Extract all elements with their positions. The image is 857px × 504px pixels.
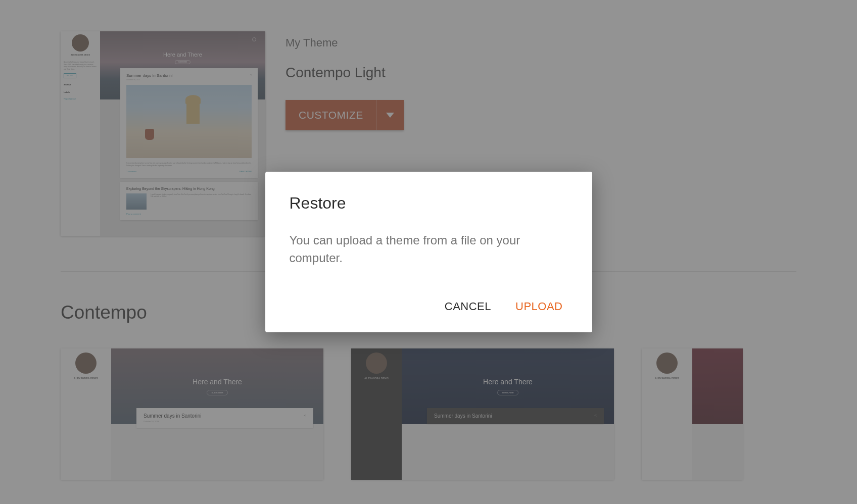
modal-actions: CANCEL UPLOAD [290,297,568,316]
upload-button[interactable]: UPLOAD [514,297,563,316]
cancel-button[interactable]: CANCEL [444,297,492,316]
modal-overlay[interactable]: Restore You can upload a theme from a fi… [0,0,857,504]
modal-description: You can upload a theme from a file on yo… [290,232,568,266]
modal-title: Restore [290,194,568,213]
restore-modal: Restore You can upload a theme from a fi… [265,172,592,332]
